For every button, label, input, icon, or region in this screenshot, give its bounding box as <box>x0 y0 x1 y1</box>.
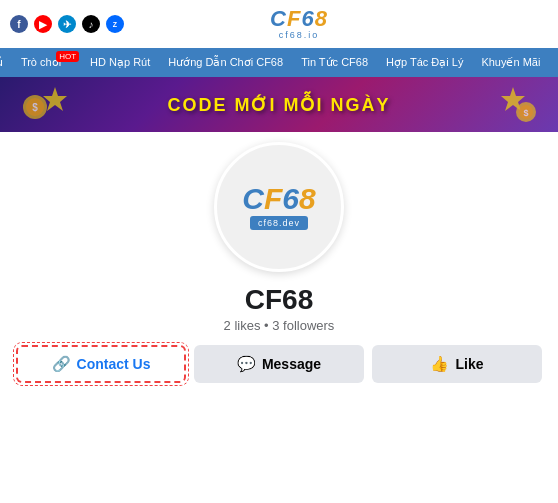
banner-right-decoration: $ <box>488 82 538 127</box>
nav-hd-nap-rut[interactable]: HD Nạp Rút <box>81 48 159 77</box>
contact-us-button[interactable]: 🔗 Contact Us <box>16 345 186 383</box>
youtube-icon[interactable]: ▶ <box>34 15 52 33</box>
facebook-icon[interactable]: f <box>10 15 28 33</box>
action-buttons-container: 🔗 Contact Us 💬 Message 👍 Like <box>0 345 558 395</box>
logo-subtext: cf68.io <box>279 30 320 40</box>
nav-huong-dan[interactable]: Hướng Dẫn Chơi CF68 <box>159 48 292 77</box>
like-label: Like <box>455 356 483 372</box>
zalo-icon[interactable]: Z <box>106 15 124 33</box>
promo-banner: $ CODE MỚI MỖI NGÀY $ <box>0 77 558 132</box>
nav-tro-choi[interactable]: Trò chơi HOT <box>12 48 81 77</box>
nav-hop-tac[interactable]: Hợp Tác Đại Lý <box>377 48 472 77</box>
banner-text: CODE MỚI MỖI NGÀY <box>167 94 390 116</box>
svg-text:$: $ <box>32 102 38 113</box>
banner-left-decoration: $ <box>20 82 70 127</box>
telegram-icon[interactable]: ✈ <box>58 15 76 33</box>
messenger-icon: 💬 <box>237 355 256 373</box>
message-button[interactable]: 💬 Message <box>194 345 364 383</box>
link-icon: 🔗 <box>52 355 71 373</box>
like-button[interactable]: 👍 Like <box>372 345 542 383</box>
avatar-logo: CF68 <box>242 184 315 214</box>
profile-stats: 2 likes • 3 followers <box>224 318 335 333</box>
tiktok-icon[interactable]: ♪ <box>82 15 100 33</box>
nav-trang-chu[interactable]: Trang Chủ <box>0 48 12 77</box>
thumbs-up-icon: 👍 <box>430 355 449 373</box>
avatar: CF68 cf68.dev <box>214 142 344 272</box>
profile-section: CF68 cf68.dev CF68 2 likes • 3 followers… <box>0 132 558 395</box>
profile-name: CF68 <box>245 284 313 316</box>
contact-us-label: Contact Us <box>77 356 151 372</box>
nav-khuyen-mai[interactable]: Khuyến Mãi <box>472 48 549 77</box>
social-bar: f ▶ ✈ ♪ Z CF68 cf68.io <box>0 0 558 48</box>
site-logo: CF68 cf68.io <box>270 6 328 42</box>
nav-tin-tuc[interactable]: Tin Tức CF68 <box>292 48 377 77</box>
nav-tai-game[interactable]: Tải Game <box>549 48 558 77</box>
nav-bar: Trang Chủ Trò chơi HOT HD Nạp Rút Hướng … <box>0 48 558 77</box>
svg-text:$: $ <box>523 108 528 118</box>
logo-text: CF68 <box>270 8 328 30</box>
message-label: Message <box>262 356 321 372</box>
hot-badge: HOT <box>56 51 79 62</box>
avatar-sub: cf68.dev <box>250 216 308 230</box>
